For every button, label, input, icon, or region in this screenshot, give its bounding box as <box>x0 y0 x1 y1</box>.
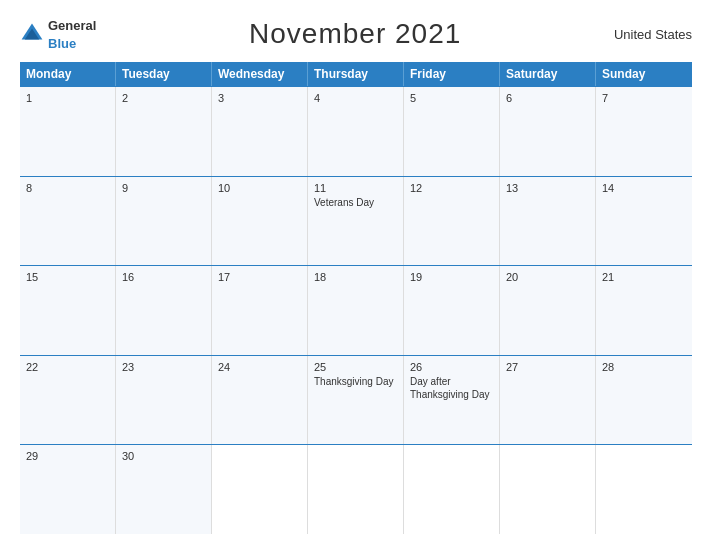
day-number: 4 <box>314 92 397 104</box>
cal-cell: 20 <box>500 266 596 355</box>
cal-cell: 16 <box>116 266 212 355</box>
header-friday: Friday <box>404 62 500 86</box>
cal-cell <box>596 445 692 534</box>
day-number: 6 <box>506 92 589 104</box>
day-number: 14 <box>602 182 686 194</box>
cal-cell: 6 <box>500 87 596 176</box>
week-row-0: 1234567 <box>20 86 692 177</box>
day-number: 10 <box>218 182 301 194</box>
cal-cell: 1 <box>20 87 116 176</box>
day-number: 16 <box>122 271 205 283</box>
header-wednesday: Wednesday <box>212 62 308 86</box>
cal-cell: 27 <box>500 356 596 445</box>
cal-cell: 9 <box>116 177 212 266</box>
logo-blue: Blue <box>48 36 76 51</box>
day-number: 13 <box>506 182 589 194</box>
cal-cell: 5 <box>404 87 500 176</box>
day-number: 12 <box>410 182 493 194</box>
cal-cell: 30 <box>116 445 212 534</box>
day-number: 29 <box>26 450 109 462</box>
cal-cell <box>308 445 404 534</box>
day-number: 28 <box>602 361 686 373</box>
cal-cell: 28 <box>596 356 692 445</box>
page: General Blue November 2021 United States… <box>0 0 712 550</box>
day-number: 23 <box>122 361 205 373</box>
day-number: 20 <box>506 271 589 283</box>
cal-cell: 2 <box>116 87 212 176</box>
header-tuesday: Tuesday <box>116 62 212 86</box>
calendar-header: Monday Tuesday Wednesday Thursday Friday… <box>20 62 692 86</box>
calendar: Monday Tuesday Wednesday Thursday Friday… <box>20 62 692 534</box>
cal-cell: 15 <box>20 266 116 355</box>
cal-cell: 22 <box>20 356 116 445</box>
logo-general: General <box>48 18 96 33</box>
cal-cell <box>500 445 596 534</box>
holiday-name: Day after Thanksgiving Day <box>410 375 493 401</box>
cal-cell: 4 <box>308 87 404 176</box>
day-number: 7 <box>602 92 686 104</box>
calendar-body: 1234567891011Veterans Day121314151617181… <box>20 86 692 534</box>
header-sunday: Sunday <box>596 62 692 86</box>
day-number: 9 <box>122 182 205 194</box>
cal-cell: 23 <box>116 356 212 445</box>
cal-cell: 21 <box>596 266 692 355</box>
cal-cell: 13 <box>500 177 596 266</box>
cal-cell <box>212 445 308 534</box>
cal-cell: 17 <box>212 266 308 355</box>
day-number: 5 <box>410 92 493 104</box>
cal-cell: 12 <box>404 177 500 266</box>
cal-cell: 18 <box>308 266 404 355</box>
cal-cell: 14 <box>596 177 692 266</box>
day-number: 2 <box>122 92 205 104</box>
cal-cell: 7 <box>596 87 692 176</box>
holiday-name: Thanksgiving Day <box>314 375 397 388</box>
day-number: 3 <box>218 92 301 104</box>
country-label: United States <box>614 27 692 42</box>
day-number: 25 <box>314 361 397 373</box>
day-number: 8 <box>26 182 109 194</box>
day-number: 30 <box>122 450 205 462</box>
cal-cell: 24 <box>212 356 308 445</box>
day-number: 21 <box>602 271 686 283</box>
holiday-name: Veterans Day <box>314 196 397 209</box>
logo-text: General Blue <box>48 16 96 52</box>
header: General Blue November 2021 United States <box>20 16 692 52</box>
cal-cell: 25Thanksgiving Day <box>308 356 404 445</box>
cal-cell: 10 <box>212 177 308 266</box>
cal-cell: 11Veterans Day <box>308 177 404 266</box>
cal-cell: 29 <box>20 445 116 534</box>
day-number: 22 <box>26 361 109 373</box>
day-number: 27 <box>506 361 589 373</box>
day-number: 24 <box>218 361 301 373</box>
cal-cell <box>404 445 500 534</box>
day-number: 26 <box>410 361 493 373</box>
logo: General Blue <box>20 16 96 52</box>
month-title: November 2021 <box>249 18 461 50</box>
day-number: 15 <box>26 271 109 283</box>
day-number: 1 <box>26 92 109 104</box>
cal-cell: 3 <box>212 87 308 176</box>
cal-cell: 8 <box>20 177 116 266</box>
header-monday: Monday <box>20 62 116 86</box>
week-row-1: 891011Veterans Day121314 <box>20 177 692 267</box>
day-number: 18 <box>314 271 397 283</box>
week-row-3: 22232425Thanksgiving Day26Day after Than… <box>20 356 692 446</box>
header-thursday: Thursday <box>308 62 404 86</box>
day-number: 19 <box>410 271 493 283</box>
day-number: 17 <box>218 271 301 283</box>
week-row-4: 2930 <box>20 445 692 534</box>
cal-cell: 26Day after Thanksgiving Day <box>404 356 500 445</box>
cal-cell: 19 <box>404 266 500 355</box>
header-saturday: Saturday <box>500 62 596 86</box>
logo-icon <box>20 22 44 46</box>
week-row-2: 15161718192021 <box>20 266 692 356</box>
day-number: 11 <box>314 182 397 194</box>
